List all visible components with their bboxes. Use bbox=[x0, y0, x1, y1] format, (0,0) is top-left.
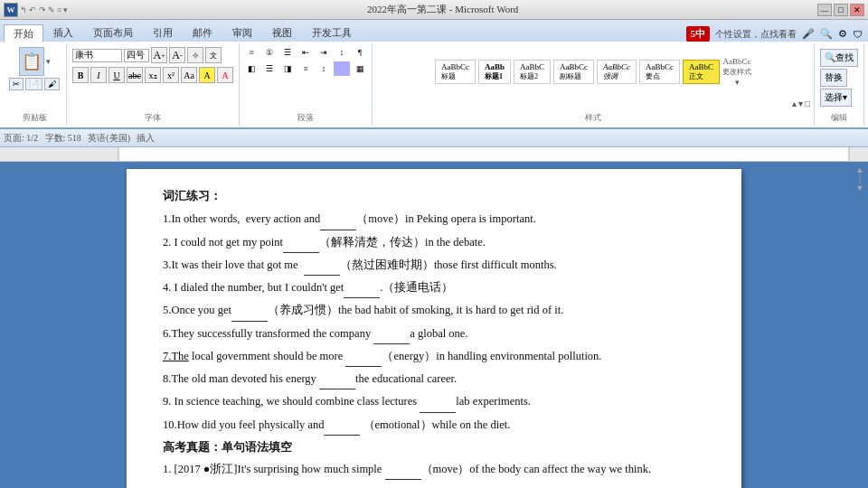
page-container[interactable]: 词汇练习： 1.In other words, every action and… bbox=[16, 162, 852, 488]
styles-area: AaBbCc标题 AaBb标题1 AaBbC标题2 AaBbCc副标题 AaBb… bbox=[431, 45, 755, 99]
align-center-button[interactable]: ☰ bbox=[261, 61, 278, 76]
font-controls: A+ A- ✧ 文 B I U abc x₂ x² Aa A A bbox=[71, 45, 235, 110]
multilevel-list-button[interactable]: ☰ bbox=[279, 45, 296, 60]
subscript-button[interactable]: x₂ bbox=[145, 67, 161, 83]
doc-line-5: 5.Once you get （养成习惯）the bad habit of sm… bbox=[163, 301, 705, 321]
close-button[interactable]: ✕ bbox=[850, 4, 864, 16]
tab-mailings[interactable]: 邮件 bbox=[183, 23, 222, 42]
badge-5-icon: 5中 bbox=[686, 26, 711, 42]
settings-icon[interactable]: ⚙ bbox=[838, 28, 847, 40]
blank-3 bbox=[304, 256, 340, 276]
editing-label: 编辑 bbox=[831, 110, 847, 124]
clear-format-button[interactable]: ✧ bbox=[187, 47, 203, 63]
paragraph-label: 段落 bbox=[297, 110, 314, 124]
tab-view[interactable]: 视图 bbox=[262, 23, 302, 42]
font-group: A+ A- ✧ 文 B I U abc x₂ x² Aa A A 字体 bbox=[67, 43, 240, 126]
paste-label: ▾ bbox=[46, 57, 51, 66]
styles-scroll-down[interactable]: ▾ bbox=[798, 99, 803, 108]
show-formatting-button[interactable]: ¶ bbox=[352, 45, 368, 60]
font-shrink-button[interactable]: A- bbox=[169, 47, 185, 63]
styles-expand[interactable]: □ bbox=[805, 99, 810, 108]
main-area: 词汇练习： 1.In other words, every action and… bbox=[0, 162, 868, 488]
find-button[interactable]: 🔍查找 bbox=[820, 49, 858, 67]
shading-button[interactable] bbox=[334, 61, 350, 76]
minimize-button[interactable]: — bbox=[817, 4, 832, 16]
doc-line-9: 9. In science teaching, we should combin… bbox=[163, 392, 705, 412]
clipboard-label: 剪贴板 bbox=[23, 110, 47, 124]
style-emphasis[interactable]: AaBbCc强调 bbox=[597, 60, 637, 84]
font-grow-button[interactable]: A+ bbox=[151, 47, 167, 63]
font-name-input[interactable] bbox=[72, 49, 122, 62]
font-name-row: A+ A- ✧ 文 bbox=[71, 45, 223, 65]
style-heading2[interactable]: AaBbC标题2 bbox=[514, 60, 551, 84]
tab-references[interactable]: 引用 bbox=[143, 23, 183, 42]
numbered-list-button[interactable]: ① bbox=[261, 45, 278, 60]
tab-insert[interactable]: 插入 bbox=[43, 23, 83, 42]
format-painter-button[interactable]: 🖌 bbox=[44, 78, 60, 90]
style-keypoint[interactable]: AaBbCc要点 bbox=[639, 60, 680, 84]
border-button[interactable]: ▦ bbox=[352, 61, 368, 76]
cut-button[interactable]: ✂ bbox=[9, 78, 24, 90]
maximize-button[interactable]: □ bbox=[834, 4, 848, 16]
right-sidebar: ▲│▼ bbox=[852, 162, 868, 488]
ribbon-content: 📋 ▾ ✂ 📄 🖌 剪贴板 A+ A- ✧ 文 bbox=[0, 42, 868, 129]
line-spacing-button[interactable]: ↕ bbox=[316, 61, 332, 76]
blank-9 bbox=[420, 392, 456, 412]
align-left-button[interactable]: ◧ bbox=[243, 61, 259, 76]
bold-button[interactable]: B bbox=[72, 67, 89, 83]
style-subtitle[interactable]: AaBbCc副标题 bbox=[553, 60, 594, 84]
phonetic-button[interactable]: 文 bbox=[205, 47, 222, 63]
toolbar-row: 页面: 1/2 字数: 518 英语(美国) 插入 bbox=[0, 129, 868, 147]
paragraph-controls: ≡ ① ☰ ⇤ ⇥ ↕ ¶ ◧ ☰ ◨ ≡ ↕ ▦ bbox=[243, 45, 368, 110]
document-page: 词汇练习： 1.In other words, every action and… bbox=[127, 169, 741, 488]
clipboard-group: 📋 ▾ ✂ 📄 🖌 剪贴板 bbox=[4, 43, 67, 126]
ruler bbox=[0, 147, 868, 162]
italic-button[interactable]: I bbox=[90, 67, 107, 83]
replace-button[interactable]: 替换 bbox=[820, 69, 847, 87]
styles-scroll-up[interactable]: ▴ bbox=[792, 99, 797, 108]
underline-button[interactable]: U bbox=[108, 67, 125, 83]
word-icon: W bbox=[4, 3, 18, 17]
superscript-button[interactable]: x² bbox=[163, 67, 179, 83]
tab-review[interactable]: 审阅 bbox=[222, 23, 262, 42]
text-highlight-button[interactable]: A bbox=[199, 67, 215, 83]
doc-line-4: 4. I dialed the number, but I couldn't g… bbox=[163, 278, 705, 298]
blank-gaokao-1 bbox=[385, 460, 421, 480]
paste-button[interactable]: 📋 ▾ bbox=[19, 47, 51, 76]
editing-controls: 🔍查找 替换 选择▾ bbox=[818, 45, 860, 110]
style-heading1[interactable]: AaBb标题1 bbox=[478, 60, 511, 84]
personal-settings[interactable]: 个性设置，点找看看 bbox=[715, 28, 797, 41]
change-case-button[interactable]: Aa bbox=[181, 67, 197, 83]
ruler-inner bbox=[118, 147, 850, 161]
tab-developer[interactable]: 开发工具 bbox=[302, 23, 362, 42]
indent-decrease-button[interactable]: ⇤ bbox=[297, 45, 314, 60]
search-icon[interactable]: 🔍 bbox=[820, 28, 833, 40]
mic-icon[interactable]: 🎤 bbox=[802, 28, 815, 40]
tab-home[interactable]: 开始 bbox=[4, 24, 43, 42]
shield-icon[interactable]: 🛡 bbox=[853, 29, 863, 40]
status-page-word: 页面: 1/2 字数: 518 英语(美国) 插入 bbox=[4, 132, 156, 145]
clipboard-sub: ✂ 📄 🖌 bbox=[9, 78, 60, 90]
blank-4 bbox=[344, 278, 380, 298]
indent-increase-button[interactable]: ⇥ bbox=[316, 45, 332, 60]
line-7-underline: 7.The bbox=[163, 350, 189, 362]
justify-button[interactable]: ≡ bbox=[297, 61, 314, 76]
line-9-should: should bbox=[282, 395, 312, 408]
bullet-list-button[interactable]: ≡ bbox=[243, 45, 259, 60]
text-color-button[interactable]: A bbox=[217, 67, 233, 83]
blank-6 bbox=[373, 324, 410, 344]
strikethrough-button[interactable]: abc bbox=[127, 67, 143, 83]
change-styles-button[interactable]: AaBbCc 更改样式 ▾ bbox=[722, 57, 751, 87]
align-right-button[interactable]: ◨ bbox=[279, 61, 296, 76]
tab-page-layout[interactable]: 页面布局 bbox=[83, 23, 143, 42]
doc-line-2: 2. I could not get my point （解释清楚，传达）in … bbox=[163, 233, 705, 253]
clipboard-buttons: 📋 ▾ ✂ 📄 🖌 bbox=[7, 45, 62, 110]
select-button[interactable]: 选择▾ bbox=[820, 89, 852, 107]
doc-line-10: 10.How did you feel physically and （emot… bbox=[163, 416, 705, 436]
style-body[interactable]: AaBbC正文 bbox=[683, 60, 720, 84]
style-normal[interactable]: AaBbCc标题 bbox=[435, 60, 476, 84]
copy-button[interactable]: 📄 bbox=[25, 78, 42, 90]
font-size-input[interactable] bbox=[124, 49, 149, 62]
blank-7 bbox=[345, 347, 382, 367]
sort-button[interactable]: ↕ bbox=[334, 45, 350, 60]
